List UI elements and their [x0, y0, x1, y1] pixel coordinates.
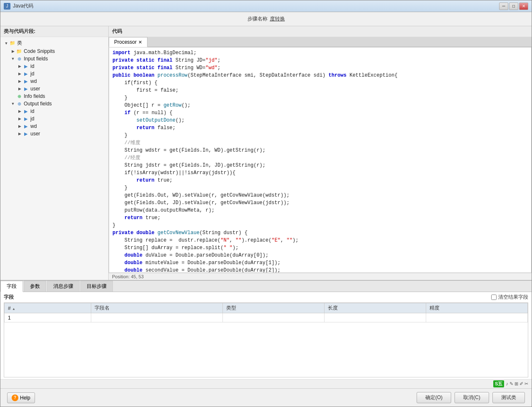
expand-arrow-input-wd: ▶ [17, 79, 22, 84]
tree-label-input-jd: jd [30, 71, 34, 77]
code-line: Object[] r = getRow(); [109, 102, 531, 109]
main-content: 类与代码片段: ▼ 📁 类 ▶ 📁 Code Snippits ▼ ⊕ [0, 26, 532, 280]
clear-checkbox-label[interactable]: 清空结果字段 [491, 294, 528, 301]
info-fields-icon: ⊕ [16, 93, 22, 99]
cell-length[interactable] [324, 313, 426, 322]
step-name-value[interactable]: 度转换 [270, 15, 285, 22]
window-controls: ─ □ ✕ [499, 2, 528, 10]
tree-item-output-user[interactable]: ▶ ▶ user [0, 130, 108, 137]
code-line: import java.math.BigDecimal; [109, 49, 531, 57]
code-tab-bar: Processor ✕ [109, 37, 532, 47]
close-button[interactable]: ✕ [519, 2, 528, 10]
col-header-length[interactable]: 长度 [324, 303, 426, 313]
code-line: double duValue = Double.parseDouble(duAr… [109, 252, 531, 259]
tree-label-class: 类 [17, 40, 22, 47]
code-line: if (r == null) { [109, 109, 531, 117]
clear-checkbox-input[interactable] [491, 295, 497, 300]
test-button[interactable]: 测试类 [492, 392, 525, 403]
expand-arrow-input-id: ▶ [17, 64, 22, 69]
tree-label-output-id: id [30, 108, 34, 114]
expand-arrow-input: ▼ [10, 56, 15, 61]
help-button[interactable]: ? Help [7, 392, 35, 403]
expand-arrow-output-id: ▶ [17, 109, 22, 114]
code-line: putRow(data.outputRowMeta, r); [109, 207, 531, 214]
cell-type[interactable] [222, 313, 324, 322]
folder-icon: 📁 [10, 40, 15, 46]
expand-arrow-input-jd: ▶ [17, 71, 22, 76]
tree-label-output-fields: Output fields [24, 101, 52, 107]
cell-name[interactable] [91, 313, 223, 322]
field-icon-output-user: ▶ [23, 131, 29, 137]
folder-icon-snippits: 📁 [16, 48, 22, 54]
col-header-name[interactable]: 字段名 [91, 303, 223, 313]
code-line: private static final String JD="jd"; [109, 57, 531, 64]
output-fields-icon: ⊕ [16, 101, 22, 107]
code-line: } [109, 222, 531, 229]
confirm-button[interactable]: 确定(O) [417, 392, 451, 403]
expand-arrow-input-user: ▶ [17, 86, 22, 91]
expand-arrow-output-jd: ▶ [17, 116, 22, 121]
tree-item-input-fields[interactable]: ▼ ⊕ Input fields [0, 55, 108, 62]
expand-arrow-output-wd: ▶ [17, 124, 22, 129]
tab-fields[interactable]: 字段 [0, 281, 23, 292]
tree-item-class[interactable]: ▼ 📁 类 [0, 39, 108, 47]
code-line: } [109, 132, 531, 139]
cell-precision[interactable] [426, 313, 527, 322]
main-window: J Java代码 ─ □ ✕ 步骤名称 度转换 类与代码片段: ▼ 📁 类 [0, 0, 532, 407]
table-row[interactable]: 1 [5, 313, 528, 322]
code-line: //经度 [109, 154, 531, 162]
code-line: return true; [109, 214, 531, 222]
code-line: if(!isArray(wdstr)||!isArray(jdstr)){ [109, 169, 531, 177]
tree-item-input-user[interactable]: ▶ ▶ user [0, 85, 108, 92]
fields-table-container[interactable]: # ▲ 字段名 类型 长度 [4, 302, 528, 377]
code-line: //维度 [109, 139, 531, 147]
field-icon-input-id: ▶ [23, 63, 29, 69]
code-line: String wdstr = get(Fields.In, WD).getStr… [109, 147, 531, 154]
ime-icon: S五 [493, 380, 504, 387]
tab-target-steps[interactable]: 目标步骤 [80, 281, 113, 292]
expand-arrow-info [10, 94, 15, 99]
tab-params[interactable]: 参数 [24, 281, 46, 292]
tree-item-input-id[interactable]: ▶ ▶ id [0, 62, 108, 70]
code-line: private double getCovNewVlaue(String dus… [109, 229, 531, 237]
code-line: double minuteValue = Double.parseDouble(… [109, 259, 531, 267]
tab-close-icon[interactable]: ✕ [138, 40, 142, 45]
tree-item-output-jd[interactable]: ▶ ▶ jd [0, 115, 108, 122]
bottom-section: 字段 参数 消息步骤 目标步骤 字段 清空结果字段 [0, 280, 532, 388]
help-circle-icon: ? [12, 395, 18, 401]
col-header-type[interactable]: 类型 [222, 303, 324, 313]
tree-item-output-id[interactable]: ▶ ▶ id [0, 107, 108, 115]
col-header-num[interactable]: # ▲ [5, 303, 91, 313]
minimize-button[interactable]: ─ [499, 2, 508, 10]
tree-label-input-user: user [30, 86, 40, 92]
right-panel: 代码 Processor ✕ import java.math.BigDecim… [109, 26, 532, 280]
input-fields-icon: ⊕ [16, 56, 22, 62]
bottom-content: 字段 清空结果字段 # ▲ [0, 292, 532, 379]
tree-container[interactable]: ▼ 📁 类 ▶ 📁 Code Snippits ▼ ⊕ Input fields [0, 37, 108, 280]
code-line: String jdstr = get(Fields.In, JD).getStr… [109, 162, 531, 169]
tree-label-output-wd: wd [30, 123, 37, 129]
tree-label-input-fields: Input fields [24, 56, 48, 62]
footer: ? Help 确定(O) 取消(C) 测试类 [0, 388, 532, 407]
tree-item-input-jd[interactable]: ▶ ▶ jd [0, 70, 108, 77]
ime-text: ♪ ✎ ⊞ ✐ ✂ [506, 381, 528, 387]
tab-message-steps[interactable]: 消息步骤 [47, 281, 80, 292]
processor-tab[interactable]: Processor ✕ [109, 37, 147, 47]
cell-num: 1 [5, 313, 91, 322]
tree-item-input-wd[interactable]: ▶ ▶ wd [0, 77, 108, 85]
tree-item-info-fields[interactable]: ⊕ Info fields [0, 92, 108, 100]
col-header-precision[interactable]: 精度 [426, 303, 527, 313]
expand-arrow-snippits: ▶ [10, 49, 15, 54]
maximize-button[interactable]: □ [509, 2, 518, 10]
tree-item-output-fields[interactable]: ▼ ⊕ Output fields [0, 100, 108, 107]
help-label: Help [20, 395, 30, 401]
step-name-label: 步骤名称 [247, 15, 267, 22]
code-editor[interactable]: import java.math.BigDecimal; private sta… [109, 47, 532, 273]
position-bar: Position: 45, 53 [109, 273, 532, 280]
tree-item-output-wd[interactable]: ▶ ▶ wd [0, 122, 108, 130]
tree-item-snippits[interactable]: ▶ 📁 Code Snippits [0, 47, 108, 55]
field-icon-output-wd: ▶ [23, 123, 29, 129]
cancel-button[interactable]: 取消(C) [455, 392, 489, 403]
expand-arrow-output-user: ▶ [17, 131, 22, 136]
window-title: Java代码 [13, 2, 499, 10]
